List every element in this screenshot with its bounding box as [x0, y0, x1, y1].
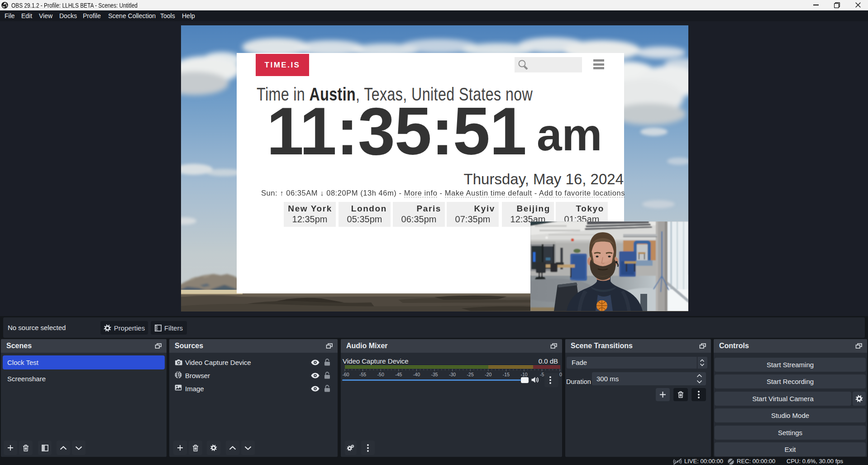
svg-text:-20: -20	[485, 372, 491, 377]
svg-text:-30: -30	[449, 372, 456, 377]
svg-text:0: 0	[559, 372, 562, 377]
svg-text:-35: -35	[431, 372, 438, 377]
svg-text:-40: -40	[413, 372, 420, 377]
svg-text:-10: -10	[520, 372, 527, 377]
svg-text:-45: -45	[395, 372, 402, 377]
svg-text:-25: -25	[467, 372, 474, 377]
svg-text:-5: -5	[540, 372, 544, 377]
svg-text:-15: -15	[503, 372, 510, 377]
svg-text:-55: -55	[359, 372, 366, 377]
svg-text:-50: -50	[377, 372, 384, 377]
svg-text:-60: -60	[342, 372, 349, 377]
